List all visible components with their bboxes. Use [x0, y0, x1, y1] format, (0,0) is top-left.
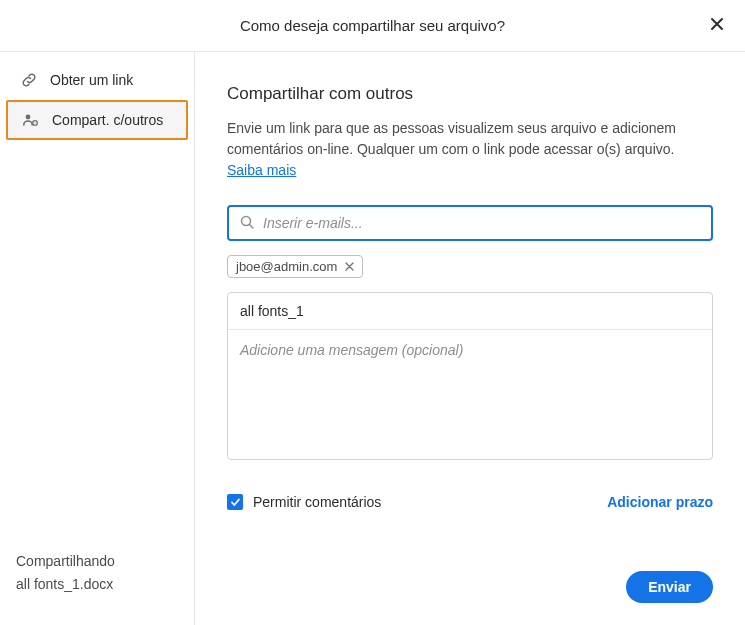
recipient-chip[interactable]: jboe@admin.com — [227, 255, 363, 278]
allow-comments-label: Permitir comentários — [253, 494, 381, 510]
allow-comments-checkbox[interactable]: Permitir comentários — [227, 494, 381, 510]
email-input[interactable] — [263, 215, 701, 231]
file-message-block: all fonts_1 — [227, 292, 713, 460]
chip-remove-button[interactable] — [345, 262, 354, 271]
sidebar-item-get-link[interactable]: Obter um link — [6, 60, 188, 100]
search-icon — [239, 214, 255, 233]
learn-more-link[interactable]: Saiba mais — [227, 162, 296, 178]
add-deadline-link[interactable]: Adicionar prazo — [607, 494, 713, 510]
sidebar: Obter um link Compart. c/outros Comparti… — [0, 52, 195, 625]
section-title: Compartilhar com outros — [227, 84, 713, 104]
sharing-filename: all fonts_1.docx — [16, 573, 178, 595]
sidebar-item-share-others[interactable]: Compart. c/outros — [6, 100, 188, 140]
section-description: Envie um link para que as pessoas visual… — [227, 118, 713, 181]
sidebar-item-label: Obter um link — [50, 72, 133, 88]
sharing-label: Compartilhando — [16, 550, 178, 572]
svg-point-0 — [26, 115, 31, 120]
sidebar-item-label: Compart. c/outros — [52, 112, 163, 128]
chip-email-text: jboe@admin.com — [236, 259, 337, 274]
close-button[interactable] — [707, 16, 727, 36]
send-button[interactable]: Enviar — [626, 571, 713, 603]
file-name: all fonts_1 — [228, 293, 712, 330]
sidebar-footer: Compartilhando all fonts_1.docx — [0, 550, 194, 625]
checkbox-checked-icon — [227, 494, 243, 510]
message-textarea[interactable] — [228, 330, 712, 456]
main-panel: Compartilhar com outros Envie um link pa… — [195, 52, 745, 625]
email-input-container[interactable] — [227, 205, 713, 241]
dialog-title: Como deseja compartilhar seu arquivo? — [240, 17, 505, 34]
close-icon — [709, 16, 725, 35]
link-icon — [20, 71, 38, 89]
people-add-icon — [22, 111, 40, 129]
description-text: Envie um link para que as pessoas visual… — [227, 120, 676, 157]
